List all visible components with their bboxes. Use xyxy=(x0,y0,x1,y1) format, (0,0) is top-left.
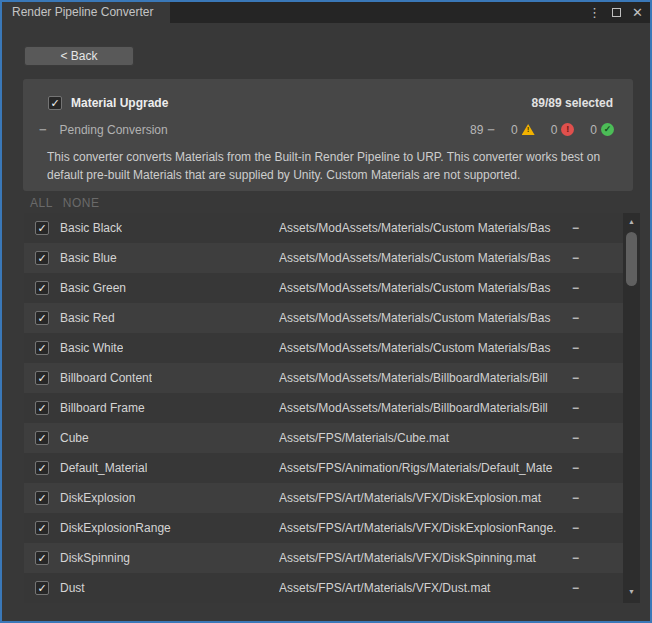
success-icon: ✓ xyxy=(601,123,614,136)
material-path: Assets/FPS/Art/Materials/VFX/DiskExplosi… xyxy=(279,491,588,505)
material-path: Assets/ModAssets/Materials/Custom Materi… xyxy=(279,221,588,235)
material-checkbox[interactable]: ✓ xyxy=(35,491,49,505)
status-dash-icon: − xyxy=(572,251,579,265)
check-icon: ✓ xyxy=(37,552,46,563)
material-path: Assets/FPS/Art/Materials/VFX/DiskSpinnin… xyxy=(279,551,588,565)
check-icon: ✓ xyxy=(37,522,46,533)
material-checkbox[interactable]: ✓ xyxy=(35,251,49,265)
status-dash-icon: − xyxy=(572,581,579,595)
material-path: Assets/ModAssets/Materials/Custom Materi… xyxy=(279,281,588,295)
material-checkbox[interactable]: ✓ xyxy=(35,311,49,325)
status-dash-icon: − xyxy=(572,281,579,295)
tab-render-pipeline-converter[interactable]: Render Pipeline Converter xyxy=(2,2,170,23)
material-name: Cube xyxy=(60,431,89,445)
material-path: Assets/FPS/Materials/Cube.mat xyxy=(279,431,588,445)
material-checkbox[interactable]: ✓ xyxy=(35,461,49,475)
status-dash-icon: − xyxy=(572,461,579,475)
material-name: DiskExplosion xyxy=(60,491,135,505)
window-title: Render Pipeline Converter xyxy=(12,5,153,19)
check-icon: ✓ xyxy=(37,252,46,263)
check-icon: ✓ xyxy=(37,432,46,443)
material-row[interactable]: ✓ Basic Blue Assets/ModAssets/Materials/… xyxy=(24,243,623,273)
material-row[interactable]: ✓ DiskExplosion Assets/FPS/Art/Materials… xyxy=(24,483,623,513)
material-name: Basic Blue xyxy=(60,251,117,265)
material-row[interactable]: ✓ Billboard Content Assets/ModAssets/Mat… xyxy=(24,363,623,393)
close-icon[interactable]: ✕ xyxy=(632,6,643,19)
material-row[interactable]: ✓ Basic Red Assets/ModAssets/Materials/C… xyxy=(24,303,623,333)
check-icon: ✓ xyxy=(37,582,46,593)
material-checkbox[interactable]: ✓ xyxy=(35,371,49,385)
status-dash-icon: − xyxy=(572,311,579,325)
error-icon: ! xyxy=(561,123,574,136)
check-icon: ✓ xyxy=(37,492,46,503)
material-checkbox[interactable]: ✓ xyxy=(35,281,49,295)
material-upgrade-checkbox[interactable]: ✓ xyxy=(48,96,62,110)
material-row[interactable]: ✓ Basic Black Assets/ModAssets/Materials… xyxy=(24,213,623,243)
materials-rows: ✓ Basic Black Assets/ModAssets/Materials… xyxy=(24,213,623,603)
material-path: Assets/FPS/Art/Materials/VFX/DiskExplosi… xyxy=(279,521,588,535)
status-dash-icon: − xyxy=(572,521,579,535)
menu-icon[interactable]: ⋮ xyxy=(588,6,601,19)
check-icon: ✓ xyxy=(37,282,46,293)
material-row[interactable]: ✓ Basic Green Assets/ModAssets/Materials… xyxy=(24,273,623,303)
material-checkbox[interactable]: ✓ xyxy=(35,401,49,415)
titlebar: Render Pipeline Converter ⋮ ✕ xyxy=(2,2,650,23)
material-name: Basic Black xyxy=(60,221,122,235)
render-pipeline-converter-window: Render Pipeline Converter ⋮ ✕ < Back ✓ M… xyxy=(0,0,652,623)
maximize-icon[interactable] xyxy=(612,8,621,17)
scroll-thumb[interactable] xyxy=(626,232,637,286)
converter-header: ✓ Material Upgrade 89/89 selected xyxy=(48,95,613,111)
back-button[interactable]: < Back xyxy=(24,46,134,66)
scrollbar[interactable]: ▲ ▼ xyxy=(623,213,640,603)
material-row[interactable]: ✓ DiskSpinning Assets/FPS/Art/Materials/… xyxy=(24,543,623,573)
pending-dash-icon: − xyxy=(39,123,47,136)
select-none-button[interactable]: NONE xyxy=(63,196,100,210)
material-checkbox[interactable]: ✓ xyxy=(35,551,49,565)
select-all-button[interactable]: ALL xyxy=(30,196,53,210)
material-checkbox[interactable]: ✓ xyxy=(35,341,49,355)
material-checkbox[interactable]: ✓ xyxy=(35,581,49,595)
check-icon: ✓ xyxy=(37,342,46,353)
material-checkbox[interactable]: ✓ xyxy=(35,521,49,535)
status-dash-icon: − xyxy=(572,431,579,445)
material-path: Assets/FPS/Animation/Rigs/Materials/Defa… xyxy=(279,461,588,475)
material-name: Default_Material xyxy=(60,461,147,475)
status-dash-icon: − xyxy=(572,341,579,355)
converter-description: This converter converts Materials from t… xyxy=(47,148,617,184)
pending-count-dash-icon: − xyxy=(487,123,495,136)
materials-list: ✓ Basic Black Assets/ModAssets/Materials… xyxy=(24,213,640,603)
material-name: Billboard Frame xyxy=(60,401,145,415)
material-path: Assets/ModAssets/Materials/BillboardMate… xyxy=(279,371,588,385)
warning-count: 0 xyxy=(511,123,518,137)
material-name: Dust xyxy=(60,581,85,595)
material-path: Assets/ModAssets/Materials/Custom Materi… xyxy=(279,311,588,325)
material-checkbox[interactable]: ✓ xyxy=(35,431,49,445)
window-controls: ⋮ ✕ xyxy=(588,2,643,23)
material-name: Basic White xyxy=(60,341,123,355)
status-counts: 89 − 0 ! 0 ! 0 ✓ xyxy=(470,123,614,137)
check-icon: ✓ xyxy=(37,222,46,233)
pending-conversion-row: − Pending Conversion 89 − 0 ! 0 ! 0 ✓ xyxy=(39,122,614,137)
status-dash-icon: − xyxy=(572,491,579,505)
material-name: DiskSpinning xyxy=(60,551,130,565)
material-name: DiskExplosionRange xyxy=(60,521,171,535)
check-icon: ✓ xyxy=(37,462,46,473)
check-icon: ✓ xyxy=(37,312,46,323)
converter-title: Material Upgrade xyxy=(71,96,168,110)
material-name: Basic Red xyxy=(60,311,115,325)
check-icon: ✓ xyxy=(50,97,59,108)
selected-count: 89/89 selected xyxy=(532,96,613,110)
material-row[interactable]: ✓ Billboard Frame Assets/ModAssets/Mater… xyxy=(24,393,623,423)
status-dash-icon: − xyxy=(572,221,579,235)
material-row[interactable]: ✓ DiskExplosionRange Assets/FPS/Art/Mate… xyxy=(24,513,623,543)
check-icon: ✓ xyxy=(37,402,46,413)
scroll-down-icon[interactable]: ▼ xyxy=(623,587,640,597)
check-icon: ✓ xyxy=(37,372,46,383)
material-row[interactable]: ✓ Dust Assets/FPS/Art/Materials/VFX/Dust… xyxy=(24,573,623,603)
material-row[interactable]: ✓ Cube Assets/FPS/Materials/Cube.mat − xyxy=(24,423,623,453)
material-row[interactable]: ✓ Basic White Assets/ModAssets/Materials… xyxy=(24,333,623,363)
material-checkbox[interactable]: ✓ xyxy=(35,221,49,235)
converter-panel: ✓ Material Upgrade 89/89 selected − Pend… xyxy=(23,79,633,191)
scroll-up-icon[interactable]: ▲ xyxy=(623,217,640,227)
material-row[interactable]: ✓ Default_Material Assets/FPS/Animation/… xyxy=(24,453,623,483)
